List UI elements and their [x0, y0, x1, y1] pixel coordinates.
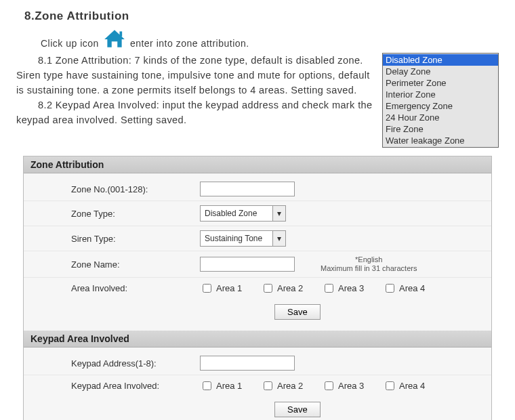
- area-checkbox-label: Area 4: [399, 283, 425, 293]
- siren-type-value: Sustaining Tone: [205, 234, 272, 243]
- area-checkbox[interactable]: Area 1: [200, 379, 249, 392]
- zone-type-option[interactable]: 24 Hour Zone: [383, 112, 498, 123]
- area-checkbox-label: Area 1: [216, 381, 242, 391]
- zone-name-hint: *English Maximum fill in 31 characters: [321, 255, 417, 273]
- siren-type-label: Siren Type:: [24, 234, 200, 244]
- area-checkbox-input[interactable]: [325, 284, 333, 293]
- area-checkbox-label: Area 2: [277, 283, 303, 293]
- zone-type-value: Disabled Zone: [205, 209, 272, 218]
- area-checkbox[interactable]: Area 3: [322, 379, 371, 392]
- area-checkbox-label: Area 1: [216, 283, 242, 293]
- keypad-area-label: Keypad Area Involved:: [24, 381, 200, 391]
- area-checkbox-label: Area 2: [277, 381, 303, 391]
- chevron-down-icon[interactable]: ▾: [272, 231, 285, 246]
- zone-type-option[interactable]: Delay Zone: [383, 66, 498, 77]
- chevron-down-icon[interactable]: ▾: [272, 206, 285, 221]
- intro-after: enter into zone attribution.: [130, 38, 249, 49]
- area-involved-label: Area Involved:: [24, 283, 200, 293]
- area-checkbox-input[interactable]: [203, 381, 211, 390]
- area-checkbox[interactable]: Area 2: [261, 282, 310, 295]
- zone-type-list[interactable]: Disabled ZoneDelay ZonePerimeter ZoneInt…: [382, 53, 499, 148]
- area-checkbox[interactable]: Area 2: [261, 379, 310, 392]
- keypad-panel-header: Keypad Area Involved: [24, 331, 491, 348]
- zone-no-input[interactable]: [200, 182, 295, 196]
- zone-type-label: Zone Type:: [24, 209, 200, 219]
- area-checkbox[interactable]: Area 1: [200, 282, 249, 295]
- save-button[interactable]: Save: [274, 304, 321, 320]
- area-checkbox-input[interactable]: [386, 381, 394, 390]
- svg-rect-0: [119, 31, 122, 36]
- area-checkbox[interactable]: Area 4: [383, 282, 432, 295]
- house-icon: [103, 28, 126, 49]
- zone-type-option[interactable]: Water leakage Zone: [383, 135, 498, 146]
- keypad-address-input[interactable]: [200, 356, 295, 371]
- zone-type-option[interactable]: Disabled Zone: [383, 54, 498, 66]
- area-checkbox-input[interactable]: [264, 284, 272, 293]
- area-checkbox-input[interactable]: [386, 284, 394, 293]
- zone-type-option[interactable]: Perimeter Zone: [383, 77, 498, 89]
- area-checkbox-input[interactable]: [203, 284, 211, 293]
- save-button[interactable]: Save: [274, 402, 321, 417]
- area-checkbox-input[interactable]: [264, 381, 272, 390]
- zone-no-label: Zone No.(001-128):: [24, 184, 200, 194]
- body-text: 8.1 Zone Attribution: 7 kinds of the zon…: [16, 53, 375, 127]
- zone-type-option[interactable]: Fire Zone: [383, 123, 498, 135]
- intro-line: Click up icon enter into zone attributio…: [41, 28, 499, 49]
- zone-name-input[interactable]: [200, 257, 295, 272]
- siren-type-select[interactable]: Sustaining Tone ▾: [200, 230, 286, 247]
- panel-header: Zone Attribution: [24, 156, 491, 173]
- area-checkbox-input[interactable]: [325, 381, 333, 390]
- area-checkbox[interactable]: Area 3: [322, 282, 371, 295]
- paragraph-8-1: 8.1 Zone Attribution: 7 kinds of the zon…: [16, 53, 375, 98]
- zone-type-select[interactable]: Disabled Zone ▾: [200, 205, 286, 222]
- section-title: 8.Zone Attribution: [24, 9, 499, 23]
- zone-attribution-panel: Zone Attribution Zone No.(001-128): Zone…: [23, 156, 492, 420]
- zone-name-label: Zone Name:: [24, 259, 200, 270]
- area-checkbox[interactable]: Area 4: [383, 379, 432, 392]
- area-checkbox-label: Area 3: [338, 381, 364, 391]
- intro-before: Click up icon: [41, 38, 99, 49]
- area-checkbox-label: Area 4: [399, 381, 425, 391]
- zone-type-option[interactable]: Emergency Zone: [383, 100, 498, 112]
- paragraph-8-2: 8.2 Keypad Area Involved: input the keyp…: [16, 98, 375, 127]
- zone-type-option[interactable]: Interior Zone: [383, 89, 498, 100]
- area-checkbox-label: Area 3: [338, 283, 364, 293]
- keypad-address-label: Keypad Address(1-8):: [24, 358, 200, 369]
